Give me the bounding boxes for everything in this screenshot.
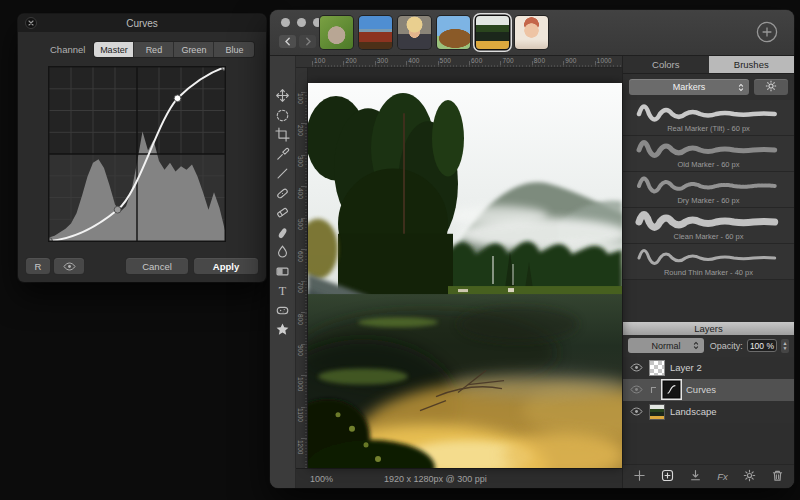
main-window: T 1002003004005006007008009001000 100200… [270,10,794,488]
effects-icon[interactable]: Fx [717,471,728,482]
blend-mode-dropdown[interactable]: Normal [628,338,704,353]
sponge-tool[interactable] [270,301,295,321]
document-thumbnail-landscape[interactable] [476,16,509,49]
ruler-label: 1100 [297,408,304,422]
dialog-title: Curves [126,18,158,29]
ruler-label: 600 [297,251,304,262]
ruler-label: 300 [297,156,304,167]
ruler-label: 400 [408,57,419,64]
forward-button[interactable] [299,35,316,48]
ruler-label: 1200 [297,440,304,454]
brush-stroke-preview [633,101,785,125]
ruler-label: 500 [297,219,304,230]
reset-button[interactable]: R [26,258,50,274]
document-thumbnail-portrait[interactable] [398,16,431,49]
back-button[interactable] [279,35,296,48]
brush-name: Clean Marker - 60 px [673,232,743,241]
ruler-label: 100 [297,93,304,104]
tab-colors[interactable]: Colors [623,56,709,73]
curve-point[interactable] [174,95,181,102]
ruler-label: 700 [297,282,304,293]
document-thumbnail-child[interactable] [515,16,548,49]
layer-visibility-toggle[interactable] [629,384,644,395]
document-thumbnail-cat[interactable] [320,16,353,49]
curves-dialog-titlebar[interactable]: Curves [18,14,266,32]
selection-tool[interactable] [270,106,295,126]
channel-label: Channel [50,44,85,55]
document-thumbnail-barn[interactable] [359,16,392,49]
document-thumbnail-horse[interactable] [437,16,470,49]
layer-visibility-toggle[interactable] [629,362,644,373]
channel-master[interactable]: Master [94,42,134,57]
brush-item[interactable]: Dry Marker - 60 px [623,172,794,208]
layer-name: Landscape [670,406,716,417]
chevron-updown-icon [692,340,700,353]
opacity-input[interactable]: 100 % [747,339,777,352]
layer-thumbnail[interactable] [649,404,665,420]
clipping-mask-icon [649,386,657,394]
add-document-button[interactable] [756,21,778,43]
layer-thumbnail[interactable] [664,382,679,397]
trash-icon[interactable] [771,468,784,486]
channel-blue[interactable]: Blue [214,42,254,57]
preview-toggle-button[interactable] [54,258,84,274]
channel-green[interactable]: Green [174,42,214,57]
apply-button[interactable]: Apply [194,258,258,274]
merge-down-icon[interactable] [689,468,702,486]
type-tool[interactable]: T [270,281,295,301]
status-bar: 100% 1920 x 1280px @ 300 ppi [296,468,622,488]
brush-list: Real Marker (Tilt) - 60 pxOld Marker - 6… [623,100,794,280]
ruler-label: 300 [377,57,388,64]
minimize-window-button[interactable] [297,18,306,27]
curves-graph[interactable] [48,66,226,242]
healing-tool[interactable] [270,184,295,204]
cancel-button[interactable]: Cancel [126,258,188,274]
eraser-tool[interactable] [270,203,295,223]
brush-name: Round Thin Marker - 40 px [664,268,753,277]
tab-brushes[interactable]: Brushes [709,56,795,73]
opacity-label: Opacity: [710,341,743,351]
curve-point[interactable] [114,206,121,213]
vertical-ruler: 100200300400500600700800900100011001200 [296,68,308,468]
brush-settings-button[interactable] [754,79,788,95]
layer-visibility-toggle[interactable] [629,406,644,417]
adjustments-icon[interactable] [743,468,756,486]
smudge-tool[interactable] [270,223,295,243]
opacity-stepper[interactable]: ▲▼ [781,339,789,353]
ruler-label: 100 [314,57,325,64]
eyedropper-tool[interactable] [270,145,295,165]
brush-tool[interactable] [270,164,295,184]
document-canvas[interactable] [308,83,622,468]
close-window-button[interactable] [281,18,290,27]
ruler-label: 500 [440,57,451,64]
channel-red[interactable]: Red [134,42,174,57]
layer-thumbnail[interactable] [649,360,665,376]
brush-item[interactable]: Clean Marker - 60 px [623,208,794,244]
brush-item[interactable]: Old Marker - 60 px [623,136,794,172]
brush-preset-dropdown[interactable]: Markers [629,79,749,95]
layer-name: Curves [686,384,716,395]
ruler-label: 1000 [597,57,612,64]
brush-name: Dry Marker - 60 px [677,196,739,205]
landscape-photo [308,83,622,468]
curves-dialog: Curves Channel MasterRedGreenBlue R Canc… [18,14,266,282]
brush-item[interactable]: Round Thin Marker - 40 px [623,244,794,280]
horizontal-ruler: 1002003004005006007008009001000 [296,56,622,68]
close-icon[interactable] [25,17,37,29]
move-tool[interactable] [270,86,295,106]
add-icon[interactable] [633,468,646,486]
brush-item[interactable]: Real Marker (Tilt) - 60 px [623,100,794,136]
layer-row-curves[interactable]: Curves [623,379,794,401]
layer-row-layer-2[interactable]: Layer 2 [623,357,794,379]
shapes-tool[interactable] [270,320,295,340]
crop-tool[interactable] [270,125,295,145]
chevron-updown-icon [737,82,745,95]
gradient-tool[interactable] [270,262,295,282]
new-layer-icon[interactable] [661,468,674,486]
layer-row-landscape[interactable]: Landscape [623,401,794,423]
ruler-label: 900 [297,345,304,356]
ruler-label: 400 [297,188,304,199]
blur-tool[interactable] [270,242,295,262]
zoom-level[interactable]: 100% [310,474,356,484]
channel-segmented: MasterRedGreenBlue [94,42,254,57]
